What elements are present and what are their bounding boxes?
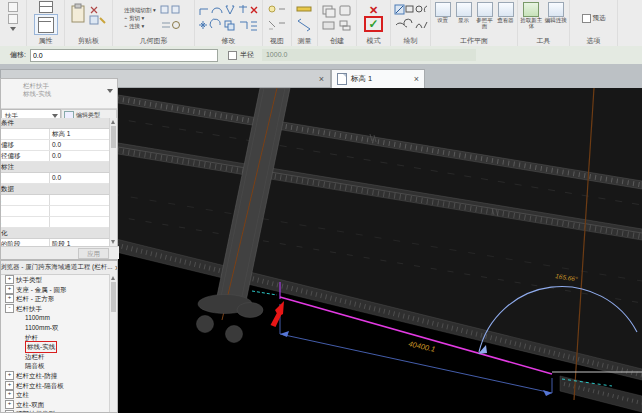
reference-plane-button[interactable]: 参照平面 — [475, 2, 494, 29]
project-browser-header[interactable]: 项目浏览器 - 厦门跨东海域通道工程 (栏杆... × — [1, 261, 117, 275]
viewer-button[interactable]: 查看器 — [496, 2, 515, 23]
panel-label: 属性 — [27, 36, 64, 46]
drawing-canvas[interactable]: 40400.1 165.66° — [112, 88, 642, 413]
set-workplane-icon — [435, 2, 451, 17]
tree-item[interactable]: +支座 - 金属 - 圆形 — [1, 285, 110, 295]
tree-item[interactable]: +顶部扶栏类型 — [1, 409, 110, 412]
cut-button[interactable]: ⌁ 剪切 ▾ — [124, 15, 156, 22]
tree-item[interactable]: -栏杆扶手 — [1, 304, 110, 314]
finish-sketch-button[interactable]: ✓ — [366, 17, 380, 31]
view-icons[interactable] — [266, 3, 288, 33]
chevron-down-icon[interactable] — [10, 27, 16, 31]
plan-view-drawing: 40400.1 165.66° — [112, 88, 642, 413]
panel-label: 剪贴板 — [65, 36, 112, 46]
browser-scrollbar[interactable] — [109, 274, 117, 412]
property-row[interactable]: 标记 — [1, 217, 110, 228]
property-row[interactable]: 创建的阶段阶段 1 — [1, 239, 110, 246]
clipboard-icons[interactable] — [69, 3, 109, 33]
select-icon[interactable] — [8, 2, 18, 12]
measure-icons[interactable] — [295, 3, 315, 33]
type-selector-preview[interactable]: 栏杆扶手 标线-实线 — [1, 79, 117, 109]
workplane-set-button[interactable]: 设置 — [433, 2, 452, 23]
section-dimensions[interactable]: 尺寸标注 — [1, 162, 110, 173]
property-row[interactable]: 注释 — [1, 206, 110, 217]
panel-options: 预选 选项 — [570, 0, 618, 46]
property-row[interactable]: 长度0.0 — [1, 173, 110, 184]
edit-joins-icon — [548, 2, 564, 17]
tree-item[interactable]: 1100mm-双 — [1, 323, 110, 333]
tree-item[interactable]: +栏杆立柱-隔音板 — [1, 381, 110, 391]
tree-item[interactable]: +栏杆立柱-防撞 — [1, 371, 110, 381]
scroll-thumb[interactable] — [111, 126, 116, 148]
tree-item[interactable]: 边栏杆 — [1, 352, 110, 362]
join-button[interactable]: ⌁ 连接 ▾ — [124, 23, 156, 30]
preselect-checkbox[interactable] — [582, 14, 591, 23]
type-properties-icon[interactable] — [39, 1, 53, 13]
panel-tools: 拾取新主体 编辑连接 工具 — [518, 0, 570, 46]
scroll-up-icon[interactable] — [111, 120, 115, 124]
offset-input[interactable] — [30, 49, 218, 62]
draw-icons[interactable] — [394, 3, 428, 33]
panel-label: 工具 — [518, 36, 569, 46]
pile-circle — [226, 326, 243, 343]
panel-label: 测量 — [292, 36, 317, 46]
project-browser: 项目浏览器 - 厦门跨东海域通道工程 (栏杆... × +扶手类型 +支座 - … — [0, 260, 118, 413]
family-type-tree: +扶手类型 +支座 - 金属 - 圆形 +栏杆 - 正方形 -栏杆扶手 1100… — [1, 274, 110, 412]
property-row[interactable]: 图像 — [1, 195, 110, 206]
panel-properties: 属性 — [27, 0, 65, 46]
expand-icon: + — [5, 400, 14, 409]
view-tab-label: 标高 1 — [351, 74, 410, 84]
type-name: 标线-实线 — [23, 90, 113, 98]
properties-palette: 栏杆扶手 标线-实线 扶手 编辑类型 限制条件 标高标高 1 底部偏移0.0 从… — [0, 78, 118, 260]
tree-item[interactable]: 隔音板 — [1, 361, 110, 371]
expand-icon: + — [5, 371, 14, 380]
apply-bar: 应用 — [1, 246, 119, 259]
chevron-down-icon[interactable] — [107, 89, 113, 93]
panel-draw: 绘制 — [391, 0, 431, 46]
cope-button[interactable]: 连接端切割 ▾ — [124, 7, 156, 14]
properties-icon — [38, 17, 54, 33]
section-phasing[interactable]: 阶段化 — [1, 228, 110, 239]
property-row[interactable]: 从路径偏移0.0 — [1, 151, 110, 162]
reference-plane-icon — [477, 2, 493, 17]
options-bar: 偏移: 半径 1000.0 — [0, 46, 642, 65]
select-icon-2[interactable] — [8, 14, 18, 24]
family-name: 栏杆扶手 — [23, 82, 113, 90]
panel-label: 修改 — [195, 36, 262, 46]
property-row[interactable]: 标高标高 1 — [1, 129, 110, 140]
panel-mode: ✕ ✓ 模式 — [357, 0, 391, 46]
tree-item[interactable]: +栏杆 - 正方形 — [1, 294, 110, 304]
panel-measure: 测量 — [292, 0, 318, 46]
scroll-down-icon[interactable] — [111, 240, 115, 244]
close-icon[interactable]: × — [414, 74, 419, 84]
scroll-thumb[interactable] — [111, 282, 116, 312]
close-icon[interactable]: × — [115, 263, 117, 273]
tree-item[interactable]: +扶手类型 — [1, 275, 110, 285]
panel-view: 视图 — [263, 0, 292, 46]
tree-item[interactable]: 1100mm — [1, 313, 110, 323]
section-identity[interactable]: 标识数据 — [1, 184, 110, 195]
apply-button[interactable]: 应用 — [78, 248, 109, 259]
section-constraints[interactable]: 限制条件 — [1, 118, 110, 129]
modify-icons[interactable] — [198, 3, 260, 33]
view-tab-level1[interactable]: 标高 1 × — [331, 69, 425, 88]
geometry-icons[interactable] — [159, 3, 183, 33]
pick-new-host-button[interactable]: 拾取新主体 — [520, 2, 543, 29]
tree-item[interactable]: +立柱 — [1, 390, 110, 400]
property-row[interactable]: 底部偏移0.0 — [1, 140, 110, 151]
properties-scrollbar[interactable] — [109, 118, 117, 246]
panel-geometry: 连接端切割 ▾ ⌁ 剪切 ▾ ⌁ 连接 ▾ 几何图形 — [113, 0, 195, 46]
expand-icon: + — [5, 390, 14, 399]
expand-icon: + — [5, 381, 14, 390]
edit-joins-button[interactable]: 编辑连接 — [545, 2, 568, 23]
create-icons[interactable] — [321, 3, 353, 33]
properties-button[interactable] — [34, 14, 58, 35]
radius-checkbox[interactable] — [228, 51, 237, 60]
workplane-show-button[interactable]: 显示 — [454, 2, 473, 23]
cancel-sketch-button[interactable]: ✕ — [369, 5, 378, 16]
expand-icon: + — [5, 285, 14, 294]
scroll-up-icon[interactable] — [111, 276, 115, 280]
tree-item[interactable]: +立柱-双面 — [1, 400, 110, 410]
tree-item-highlighted[interactable]: 标线-实线 — [1, 342, 110, 352]
close-icon[interactable]: × — [319, 74, 324, 84]
